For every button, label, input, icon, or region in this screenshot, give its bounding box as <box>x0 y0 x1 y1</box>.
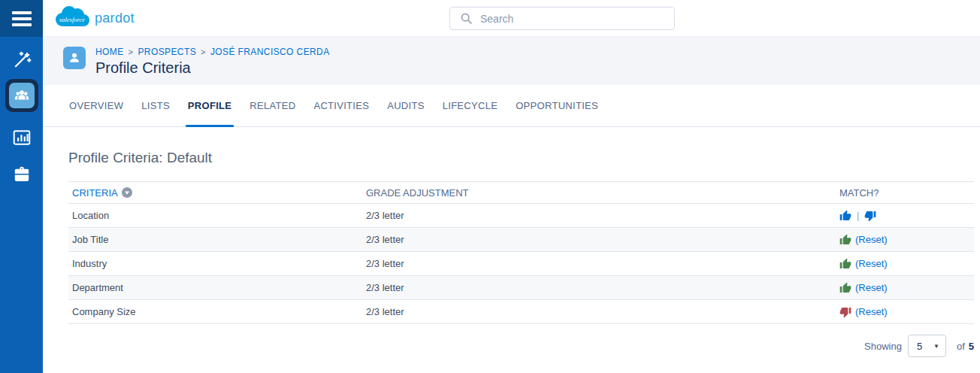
table-header-row: CRITERIA GRADE ADJUSTMENT MATCH? <box>68 181 974 204</box>
tab-related[interactable]: RELATED <box>250 85 295 126</box>
table-row-industry: Industry2/3 letter(Reset) <box>68 252 974 276</box>
main-content: Profile Criteria: Default CRITERIA GRADE… <box>43 127 980 373</box>
breadcrumb-separator: > <box>201 47 206 56</box>
criteria-cell: Department <box>68 282 366 293</box>
caret-down-icon: ▼ <box>933 343 939 350</box>
table-row-job-title: Job Title2/3 letter(Reset) <box>68 228 974 252</box>
wand-icon <box>12 50 32 69</box>
reset-link[interactable]: (Reset) <box>855 282 888 293</box>
hamburger-icon <box>12 11 32 26</box>
pardot-logo[interactable]: salesforce pardot <box>53 3 135 33</box>
tab-lists[interactable]: LISTS <box>141 85 170 126</box>
sidebar-item-business[interactable] <box>12 165 32 184</box>
match-cell: (Reset) <box>839 234 974 246</box>
criteria-cell: Company Size <box>68 306 366 317</box>
nav-menu-button[interactable] <box>0 0 43 37</box>
profile-criteria-table: CRITERIA GRADE ADJUSTMENT MATCH? Locatio… <box>68 181 974 324</box>
pardot-app-window: salesforce pardot HOME>PROSPECTS>JOSÉ FR… <box>0 0 980 373</box>
column-header-match: MATCH? <box>839 187 974 199</box>
grade-adjustment-cell: 2/3 letter <box>366 258 839 269</box>
criteria-cell: Industry <box>68 258 366 269</box>
match-separator: | <box>857 210 859 221</box>
column-header-grade-adjustment: GRADE ADJUSTMENT <box>366 187 839 199</box>
grade-adjustment-cell: 2/3 letter <box>366 210 839 221</box>
active-nav-tile <box>9 83 35 108</box>
total-count: 5 <box>969 341 974 352</box>
page-header: HOME>PROSPECTS>JOSÉ FRANCISCO CERDA Prof… <box>43 37 980 85</box>
grade-adjustment-cell: 2/3 letter <box>366 234 839 245</box>
match-cell: (Reset) <box>839 258 974 270</box>
search-icon <box>460 12 473 25</box>
breadcrumb-link-jos-francisco-cerda[interactable]: JOSÉ FRANCISCO CERDA <box>210 47 330 57</box>
match-no-button[interactable] <box>864 210 876 222</box>
prospect-avatar <box>63 47 86 69</box>
global-search-box <box>449 7 675 30</box>
tab-bar: OVERVIEWLISTSPROFILERELATEDACTIVITIESAUD… <box>43 85 980 127</box>
total-label: of5 <box>957 341 974 352</box>
page-title: Profile Criteria <box>95 59 330 77</box>
tab-opportunities[interactable]: OPPORTUNITIES <box>516 85 598 126</box>
header-text: HOME>PROSPECTS>JOSÉ FRANCISCO CERDA Prof… <box>95 47 330 77</box>
table-row-department: Department2/3 letter(Reset) <box>68 276 974 300</box>
table-row-company-size: Company Size2/3 letter(Reset) <box>68 300 974 324</box>
showing-label: Showing <box>864 341 902 352</box>
tab-activities[interactable]: ACTIVITIES <box>313 85 369 126</box>
table-body: Location2/3 letter|Job Title2/3 letter(R… <box>68 204 974 324</box>
breadcrumb-link-prospects[interactable]: PROSPECTS <box>138 47 196 57</box>
criteria-cell: Location <box>68 210 366 221</box>
tab-profile[interactable]: PROFILE <box>188 85 231 126</box>
bar-chart-icon <box>12 128 32 147</box>
person-icon <box>67 50 82 65</box>
sort-descending-icon <box>122 187 132 198</box>
page-size-value: 5 <box>917 341 922 352</box>
table-row-location: Location2/3 letter| <box>68 204 974 228</box>
salesforce-cloud-icon: salesforce <box>53 3 92 33</box>
tab-lifecycle[interactable]: LIFECYCLE <box>443 85 498 126</box>
thumb-down-icon <box>839 306 851 318</box>
salesforce-wordmark: salesforce <box>59 16 85 23</box>
sidebar-item-prospects[interactable] <box>5 79 38 112</box>
breadcrumb-separator: > <box>129 47 134 56</box>
pardot-wordmark: pardot <box>95 11 135 26</box>
thumb-up-icon <box>839 210 851 222</box>
sidebar-nav <box>0 0 43 373</box>
prospects-people-icon <box>14 87 30 104</box>
criteria-cell: Job Title <box>68 234 366 245</box>
tab-overview[interactable]: OVERVIEW <box>69 85 123 126</box>
reset-link[interactable]: (Reset) <box>855 234 888 245</box>
search-input[interactable] <box>480 13 674 25</box>
thumb-up-icon <box>839 234 851 246</box>
match-cell: (Reset) <box>839 306 974 318</box>
sidebar-item-automation[interactable] <box>12 50 32 69</box>
thumb-up-icon <box>839 258 851 270</box>
column-header-criteria: CRITERIA <box>68 187 366 199</box>
match-yes-button[interactable] <box>839 210 851 222</box>
sidebar-items <box>0 37 43 184</box>
section-title: Profile Criteria: Default <box>68 150 980 166</box>
topbar: salesforce pardot <box>43 0 980 37</box>
page-size-select[interactable]: 5 ▼ <box>908 335 946 357</box>
criteria-sort-link[interactable]: CRITERIA <box>72 187 132 199</box>
breadcrumb-link-home[interactable]: HOME <box>95 47 124 57</box>
match-cell: (Reset) <box>839 282 974 294</box>
grade-adjustment-cell: 2/3 letter <box>366 282 839 293</box>
reset-link[interactable]: (Reset) <box>855 306 888 317</box>
tab-audits[interactable]: AUDITS <box>387 85 424 126</box>
match-cell: | <box>839 210 974 222</box>
breadcrumb: HOME>PROSPECTS>JOSÉ FRANCISCO CERDA <box>95 47 330 57</box>
thumb-down-icon <box>864 210 876 222</box>
reset-link[interactable]: (Reset) <box>855 258 888 269</box>
thumb-up-icon <box>839 282 851 294</box>
sidebar-item-reports[interactable] <box>12 128 32 147</box>
pagination: Showing 5 ▼ of5 <box>43 335 974 357</box>
grade-adjustment-cell: 2/3 letter <box>366 306 839 317</box>
briefcase-icon <box>12 165 32 184</box>
